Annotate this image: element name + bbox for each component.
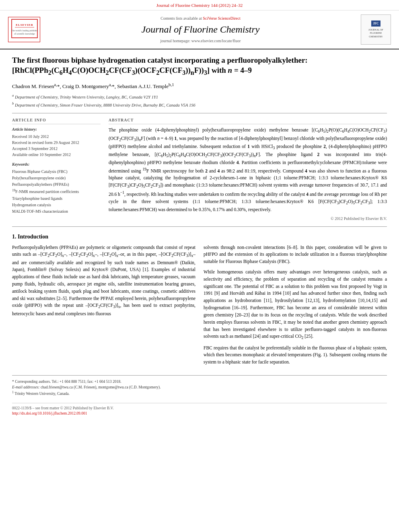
journal-logo-text: JOURNAL OFFLUORINECHEMISTRY xyxy=(368,27,384,39)
footnote-email: E-mail addresses: chad.friesen@twu.ca (C… xyxy=(12,384,387,390)
available-date: Available online 10 September 2012 xyxy=(12,152,101,158)
keyword-1: Fluorous Biphase Catalysis (FBC) xyxy=(12,168,101,175)
intro-left-col: Perfluoropolyalkylethers (PFPAEs) are po… xyxy=(12,244,195,369)
elsevier-logo-svg: ELSEVIER The world's leading publisher o… xyxy=(11,18,38,39)
journal-homepage-url: journal homepage: www.elsevier.com/locat… xyxy=(46,38,355,44)
article-info-abstract: ARTICLE INFO Article history: Received 1… xyxy=(12,113,387,222)
intro-right-col: solvents through non-covalent interactio… xyxy=(204,244,387,369)
keyword-3: Perfluoropolyalkylethers (PFPAEs) xyxy=(12,181,101,188)
intro-columns: Perfluoropolyalkylethers (PFPAEs) are po… xyxy=(12,244,387,369)
article-title: The first fluorous biphase hydrogenation… xyxy=(12,55,387,77)
footnote-corresponding: * Corresponding authors. Tel.: +1 604 88… xyxy=(12,379,387,384)
intro-para-3: While homogeneous catalysis offers many … xyxy=(204,269,387,341)
revised-date: Received in revised form 29 August 2012 xyxy=(12,140,101,146)
journal-header: ELSEVIER The world's leading publisher o… xyxy=(0,10,399,49)
keywords-group: Keywords: Fluorous Biphase Catalysis (FB… xyxy=(12,162,101,214)
intro-heading: 1. Introduction xyxy=(12,233,387,241)
doi-text[interactable]: http://dx.doi.org/10.1016/j.jfluchem.201… xyxy=(12,411,87,415)
received-date: Received 10 July 2012 xyxy=(12,134,101,140)
svg-rect-0 xyxy=(12,19,37,38)
journal-logo-inner: JFC xyxy=(371,21,380,27)
abstract-label: ABSTRACT xyxy=(109,117,387,124)
section-divider xyxy=(12,226,387,227)
copyright-text: © 2012 Published by Elsevier B.V. xyxy=(331,216,387,221)
svg-text:The world's leading publisher: The world's leading publisher xyxy=(11,29,37,32)
svg-text:ELSEVIER: ELSEVIER xyxy=(16,23,33,27)
journal-name-heading: Journal of Fluorine Chemistry xyxy=(46,23,355,37)
elsevier-logo: ELSEVIER The world's leading publisher o… xyxy=(8,17,40,42)
copyright-line: © 2012 Published by Elsevier B.V. xyxy=(109,216,387,222)
affiliation-a: a Department of Chemistry, Trinity Weste… xyxy=(12,93,387,100)
sciverse-text: Contents lists available at xyxy=(160,16,203,21)
sciverse-line: Contents lists available at SciVerse Sci… xyxy=(46,16,355,21)
bottom-bar: 0022-1139/$ – see front matter © 2012 Pu… xyxy=(12,403,387,417)
intro-para-4: FBC requires that the catalyst be prefer… xyxy=(204,345,387,366)
article-info-column: ARTICLE INFO Article history: Received 1… xyxy=(12,117,101,222)
intro-para-2: solvents through non-covalent interactio… xyxy=(204,244,387,265)
introduction-section: 1. Introduction Perfluoropolyalkylethers… xyxy=(12,233,387,369)
history-label: Article history: xyxy=(12,127,101,132)
citation-text: Journal of Fluorine Chemistry 144 (2012)… xyxy=(156,3,243,8)
journal-logo: JFC JOURNAL OFFLUORINECHEMISTRY xyxy=(361,14,391,45)
doi-line: http://dx.doi.org/10.1016/j.jfluchem.201… xyxy=(12,411,387,416)
keyword-2: Poly(hexafluoropropylene oxide) xyxy=(12,175,101,181)
issn-text: 0022-1139/$ – see front matter © 2012 Pu… xyxy=(12,406,114,410)
issn-line: 0022-1139/$ – see front matter © 2012 Pu… xyxy=(12,406,387,411)
keywords-list: Fluorous Biphase Catalysis (FBC) Poly(he… xyxy=(12,168,101,214)
sciverse-link[interactable]: SciVerse ScienceDirect xyxy=(203,16,241,21)
article-info-label: ARTICLE INFO xyxy=(12,117,101,124)
accepted-date: Accepted 3 September 2012 xyxy=(12,146,101,152)
journal-title-section: Contents lists available at SciVerse Sci… xyxy=(46,16,355,44)
keywords-label: Keywords: xyxy=(12,162,101,167)
abstract-column: ABSTRACT The phosphine oxide (4-diphenyl… xyxy=(109,117,387,222)
footnote-1: 1 Trinity Western University, Canada. xyxy=(12,390,387,396)
affiliation-b: b Department of Chemistry, Simon Fraser … xyxy=(12,101,387,108)
affiliations: a Department of Chemistry, Trinity Weste… xyxy=(12,93,387,109)
main-content: The first fluorous biphase hydrogenation… xyxy=(0,49,399,422)
keyword-5: Triarylphosphine based ligands xyxy=(12,195,101,202)
footnotes: * Corresponding authors. Tel.: +1 604 88… xyxy=(12,375,387,397)
journal-citation: Journal of Fluorine Chemistry 144 (2012)… xyxy=(0,0,399,10)
article-history: Article history: Received 10 July 2012 R… xyxy=(12,127,101,158)
keyword-4: 19F-NMR measured partition coefficients xyxy=(12,188,101,195)
svg-text:of scientific knowledge: of scientific knowledge xyxy=(14,33,35,35)
abstract-text: The phosphine oxide (4-diphenylphosphiny… xyxy=(109,127,387,214)
intro-para-1: Perfluoropolyalkylethers (PFPAEs) are po… xyxy=(12,244,195,318)
keyword-6: Hydrogenation catalysis xyxy=(12,202,101,208)
keyword-7: MALDI-TOF-MS characterization xyxy=(12,208,101,215)
authors-line: Chadron M. Friesena,*, Craig D. Montgome… xyxy=(12,82,387,90)
